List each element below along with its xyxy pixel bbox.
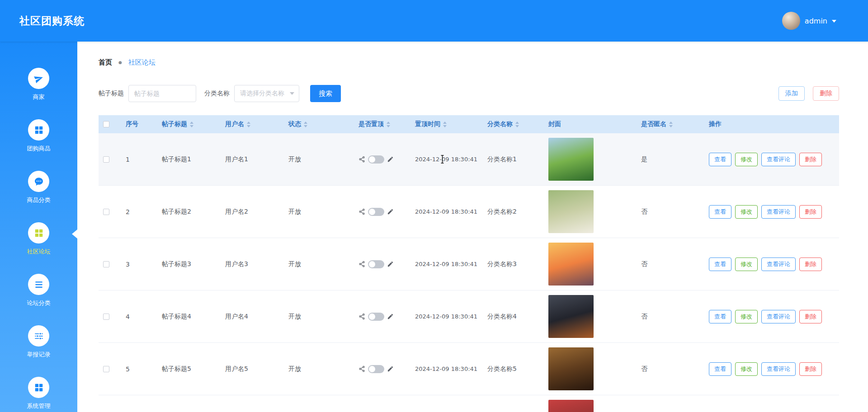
pin-toggle[interactable] <box>368 208 384 216</box>
delete-button[interactable]: 删除 <box>799 153 822 166</box>
table-row: 2 帖子标题2 用户名2 开放 2024-12-09 18:30:41 分类名称… <box>99 186 839 238</box>
column-header-9[interactable]: 是否匿名 <box>637 120 704 128</box>
delete-button[interactable]: 删除 <box>799 310 822 323</box>
add-button[interactable]: 添加 <box>778 86 805 101</box>
delete-button[interactable]: 删除 <box>799 205 822 219</box>
row-checkbox[interactable] <box>103 156 109 163</box>
sort-icon[interactable] <box>190 122 193 127</box>
column-header-7[interactable]: 分类名称 <box>483 120 544 128</box>
share-icon[interactable] <box>359 313 365 320</box>
category-select[interactable]: 请选择分类名称 <box>234 85 299 102</box>
delete-button[interactable]: 删除 <box>799 258 822 271</box>
cover-image[interactable] <box>548 295 594 338</box>
view-button[interactable]: 查看 <box>709 205 731 219</box>
cover-image[interactable] <box>548 138 594 181</box>
row-number: 5 <box>121 365 157 373</box>
row-number: 2 <box>121 208 157 215</box>
sidebar-item-report-records[interactable]: 举报记录 <box>0 325 77 377</box>
sidebar: 商家 团购商品 商品分类 社区论坛 论坛分类 举报记录 <box>0 42 77 412</box>
delete-button[interactable]: 删除 <box>799 362 822 376</box>
username-cell: 用户名1 <box>221 155 284 164</box>
sidebar-nav: 商家 团购商品 商品分类 社区论坛 论坛分类 举报记录 <box>0 42 77 412</box>
row-actions: 查看 修改 查看评论 删除 <box>704 153 839 166</box>
share-icon[interactable] <box>359 156 365 163</box>
top-actions: 添加 删除 <box>778 86 839 101</box>
column-header-5[interactable]: 是否置顶 <box>354 120 410 128</box>
column-header-1[interactable]: 序号 <box>121 120 157 128</box>
column-header-10[interactable]: 操作 <box>704 120 839 128</box>
edit-button[interactable]: 修改 <box>735 205 758 219</box>
column-header-8[interactable]: 封面 <box>544 120 637 128</box>
cover-image[interactable] <box>548 400 594 412</box>
row-checkbox[interactable] <box>103 314 109 320</box>
row-checkbox[interactable] <box>103 366 109 372</box>
post-title-input[interactable] <box>128 85 196 102</box>
row-checkbox[interactable] <box>103 209 109 215</box>
search-button[interactable]: 搜索 <box>310 85 341 102</box>
column-header-4[interactable]: 状态 <box>284 120 354 128</box>
sidebar-item-community-forum[interactable]: 社区论坛 <box>0 222 77 274</box>
sidebar-item-label: 系统管理 <box>27 403 51 410</box>
share-icon[interactable] <box>359 261 365 267</box>
select-all-checkbox[interactable] <box>103 121 109 127</box>
view-comments-button[interactable]: 查看评论 <box>761 362 796 376</box>
column-header-6[interactable]: 置顶时间 <box>410 120 483 128</box>
sort-icon[interactable] <box>669 122 673 127</box>
view-button[interactable]: 查看 <box>709 310 731 323</box>
edit-pencil-icon[interactable] <box>387 365 394 372</box>
share-icon[interactable] <box>359 365 365 372</box>
chevron-down-icon <box>290 92 294 95</box>
view-comments-button[interactable]: 查看评论 <box>761 258 796 271</box>
sort-icon[interactable] <box>515 122 519 127</box>
view-comments-button[interactable]: 查看评论 <box>761 310 796 323</box>
pin-toggle[interactable] <box>368 155 384 164</box>
edit-pencil-icon[interactable] <box>387 313 394 320</box>
sort-icon[interactable] <box>443 122 447 127</box>
pin-toggle[interactable] <box>368 260 384 268</box>
edit-button[interactable]: 修改 <box>735 153 758 166</box>
breadcrumb-current[interactable]: 社区论坛 <box>128 58 156 67</box>
table-row: 5 帖子标题5 用户名5 开放 2024-12-09 18:30:41 分类名称… <box>99 343 839 395</box>
edit-button[interactable]: 修改 <box>735 310 758 323</box>
delete-selected-button[interactable]: 删除 <box>813 86 839 101</box>
username: admin <box>805 17 827 25</box>
edit-pencil-icon[interactable] <box>387 156 394 163</box>
pin-cell <box>354 365 410 373</box>
cover-image[interactable] <box>548 347 594 390</box>
column-header-3[interactable]: 用户名 <box>221 120 284 128</box>
pin-toggle[interactable] <box>368 313 384 321</box>
pin-toggle[interactable] <box>368 365 384 373</box>
list-icon <box>34 280 44 290</box>
sidebar-item-label: 社区论坛 <box>27 248 51 255</box>
view-comments-button[interactable]: 查看评论 <box>761 153 796 166</box>
user-menu[interactable]: admin <box>782 12 836 30</box>
sort-icon[interactable] <box>247 122 250 127</box>
table-row: 查看 修改 查看评论 删除 <box>99 395 839 412</box>
view-button[interactable]: 查看 <box>709 153 731 166</box>
sidebar-item-system-management[interactable]: 系统管理 <box>0 377 77 412</box>
table-row: 1 帖子标题1 用户名1 开放 2024-12-09 18:30:41 分类名称… <box>99 133 839 186</box>
edit-button[interactable]: 修改 <box>735 258 758 271</box>
edit-button[interactable]: 修改 <box>735 362 758 376</box>
view-comments-button[interactable]: 查看评论 <box>761 205 796 219</box>
sort-icon[interactable] <box>304 122 307 127</box>
sidebar-item-product-categories[interactable]: 商品分类 <box>0 171 77 222</box>
column-header-2[interactable]: 帖子标题 <box>157 120 221 128</box>
row-checkbox[interactable] <box>103 261 109 267</box>
share-icon[interactable] <box>359 208 365 215</box>
sort-icon[interactable] <box>387 122 390 127</box>
avatar[interactable] <box>782 12 800 30</box>
view-button[interactable]: 查看 <box>709 362 731 376</box>
anonymous-cell: 否 <box>637 260 704 268</box>
edit-pencil-icon[interactable] <box>387 208 394 215</box>
sidebar-item-merchant[interactable]: 商家 <box>0 68 77 119</box>
view-button[interactable]: 查看 <box>709 258 731 271</box>
sidebar-icon-circle <box>28 68 49 89</box>
status-cell: 开放 <box>284 313 354 321</box>
cover-image[interactable] <box>548 190 594 233</box>
breadcrumb-home[interactable]: 首页 <box>99 58 112 67</box>
sidebar-item-group-products[interactable]: 团购商品 <box>0 119 77 171</box>
edit-pencil-icon[interactable] <box>387 261 394 267</box>
cover-image[interactable] <box>548 243 594 286</box>
sidebar-item-forum-categories[interactable]: 论坛分类 <box>0 274 77 325</box>
